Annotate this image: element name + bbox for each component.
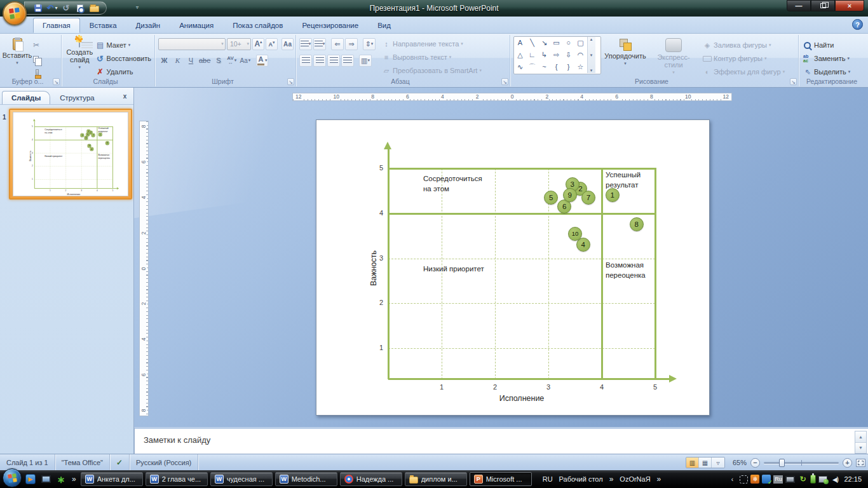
tab-рецензирование[interactable]: Рецензирование <box>292 18 368 33</box>
tab-анимация[interactable]: Анимация <box>170 18 223 33</box>
shape-arrow-icon[interactable]: ↘ <box>541 39 547 46</box>
redo-button[interactable]: ↺ <box>60 3 72 13</box>
dialog-launcher-icon[interactable]: ↘ <box>501 78 508 85</box>
language-ru-icon[interactable]: Ru <box>773 475 783 484</box>
zoom-level[interactable]: 65% <box>729 459 747 466</box>
paste-button[interactable]: Вставить ▾ <box>3 36 32 76</box>
close-button[interactable]: × <box>835 0 864 11</box>
align-left-button[interactable] <box>299 55 312 67</box>
decrease-indent-button[interactable]: ⇐ <box>331 38 344 50</box>
quicklaunch-media-player-icon[interactable]: ▶ <box>24 473 37 485</box>
save-button[interactable] <box>32 3 44 13</box>
shape-elbow-arrow-icon[interactable]: ↳ <box>541 51 547 58</box>
panel-close-icon[interactable]: x <box>120 92 130 101</box>
print-preview-button[interactable] <box>74 3 86 13</box>
open-button[interactable] <box>88 3 100 13</box>
align-right-button[interactable] <box>327 55 340 67</box>
updates-icon[interactable] <box>740 475 748 484</box>
chart-point[interactable]: 9 <box>563 188 577 202</box>
dialog-launcher-icon[interactable]: ↘ <box>790 78 797 85</box>
shape-text-box-icon[interactable]: A <box>518 39 522 46</box>
shape-left-brace-icon[interactable]: { <box>555 64 558 71</box>
align-center-button[interactable] <box>313 55 326 67</box>
quicklaunch-icq-icon[interactable]: ∗ <box>55 473 67 485</box>
cut-button[interactable]: ✂ <box>32 39 43 51</box>
taskbar-language-indicator[interactable]: RU <box>541 475 555 483</box>
custom-toolbar-chevron-icon[interactable]: » <box>655 475 663 484</box>
taskbar-window-word[interactable]: W2 глава че... <box>146 472 208 486</box>
chart-point[interactable]: 8 <box>630 217 644 231</box>
chart-point[interactable]: 10 <box>568 227 582 241</box>
taskbar-window-word[interactable]: Wчудесная ... <box>210 472 273 486</box>
dialog-launcher-icon[interactable]: ↘ <box>53 78 60 85</box>
office-button[interactable] <box>3 1 27 25</box>
increase-indent-button[interactable]: ⇒ <box>345 38 358 50</box>
start-button[interactable] <box>3 468 22 487</box>
scroll-down-icon[interactable]: ▼ <box>855 443 866 454</box>
slide-show-button[interactable]: ▿ <box>712 458 724 468</box>
shape-rectangle-icon[interactable]: ▭ <box>553 39 559 46</box>
desktop-toolbar-chevron-icon[interactable]: » <box>607 475 616 484</box>
fit-to-window-icon[interactable] <box>856 459 865 467</box>
normal-view-button[interactable]: ▥ <box>686 458 699 468</box>
qat-customize-chevron-icon[interactable]: ▿ <box>136 4 139 10</box>
numbering-button[interactable]: ▾ <box>313 38 326 50</box>
shape-triangle-icon[interactable]: △ <box>517 51 522 58</box>
language-indicator[interactable]: Русский (Россия) <box>130 454 198 470</box>
shape-arc-up-icon[interactable]: ◠ <box>578 51 584 58</box>
tab-дизайн[interactable]: Дизайн <box>126 18 170 33</box>
bullets-button[interactable]: ▾ <box>299 38 312 50</box>
slides-delete-button[interactable]: ✗Удалить <box>95 65 153 78</box>
shape-right-brace-icon[interactable]: } <box>567 64 570 71</box>
taskbar-window-word[interactable]: WMetodich... <box>275 472 337 486</box>
notes-pane[interactable]: Заметки к слайду ▲ ▼ <box>134 427 868 454</box>
gallery-scrollbar[interactable]: ▲▼▼ <box>587 37 595 73</box>
zoom-slider-thumb[interactable] <box>779 459 785 467</box>
dialog-launcher-icon[interactable]: ↘ <box>287 78 294 85</box>
shape-rounded-rectangle-icon[interactable]: ▢ <box>577 39 583 46</box>
tab-slides[interactable]: Слайды <box>2 91 50 104</box>
display-icon[interactable] <box>785 476 795 483</box>
volume-icon[interactable]: ◀) <box>830 474 840 484</box>
quicklaunch-show-desktop-icon[interactable] <box>39 473 52 485</box>
new-slide-button[interactable]: Создать слайд ▾ <box>65 36 95 76</box>
shape-arc-icon[interactable]: ⌒ <box>529 64 536 71</box>
slide-canvas[interactable]: 1234512345ИсполнениеВажностьСосредоточит… <box>316 119 710 416</box>
arrange-button[interactable]: Упорядочить ▾ <box>605 36 646 76</box>
zoom-in-button[interactable]: + <box>843 458 852 468</box>
taskbar-window-folder[interactable]: диплом и... <box>405 472 467 486</box>
slides-reset-button[interactable]: ↺Восстановить <box>95 52 153 65</box>
taskbar-window-chrome[interactable]: Надежда ... <box>340 472 402 486</box>
scroll-down-icon[interactable]: ▼ <box>590 53 593 57</box>
columns-button[interactable]: ▥▾ <box>359 55 372 67</box>
align-justify-button[interactable] <box>341 55 354 67</box>
shape-right-angle-icon[interactable]: ∟ <box>529 51 536 58</box>
line-spacing-button[interactable]: ⇕▾ <box>363 38 376 50</box>
shape-curve-icon[interactable]: ~ <box>542 64 546 71</box>
power-icon[interactable] <box>810 475 816 484</box>
custom-toolbar[interactable]: OzOrNaЯ <box>618 475 652 483</box>
slide-sorter-button[interactable]: ▦ <box>699 458 712 468</box>
copy-button[interactable] <box>32 53 43 65</box>
shape-right-arrow-icon[interactable]: ⇨ <box>553 51 559 58</box>
spellcheck-status[interactable]: ✓ <box>110 454 130 470</box>
editing-find-button[interactable]: Найти <box>802 39 862 51</box>
hidden-icons-icon[interactable]: ‹ <box>727 474 737 484</box>
taskbar-window-powerpoint[interactable]: PMicrosoft ... <box>470 472 532 486</box>
quicklaunch-overflow-chevron-icon[interactable]: » <box>70 475 78 484</box>
shape-freeform-icon[interactable]: ∿ <box>517 64 523 71</box>
tab-главная[interactable]: Главная <box>33 18 80 33</box>
chart-point[interactable]: 5 <box>544 191 558 205</box>
restore-button[interactable] <box>811 0 835 11</box>
editing-replace-button[interactable]: Заменить▾ <box>802 52 862 65</box>
taskbar-window-word[interactable]: WАнкета дл... <box>81 472 143 486</box>
minimize-button[interactable]: — <box>787 0 811 11</box>
gallery-more-icon[interactable]: ▼ <box>590 69 593 72</box>
chart-point[interactable]: 7 <box>581 191 595 205</box>
tab-вставка[interactable]: Вставка <box>80 18 126 33</box>
zoom-out-button[interactable]: − <box>750 458 760 468</box>
java-icon[interactable]: ✻ <box>750 475 759 484</box>
scroll-up-icon[interactable]: ▲ <box>590 37 593 41</box>
audio-device-icon[interactable]: ↻ <box>797 474 808 484</box>
editing-select-button[interactable]: ⇖Выделить▾ <box>802 65 862 78</box>
